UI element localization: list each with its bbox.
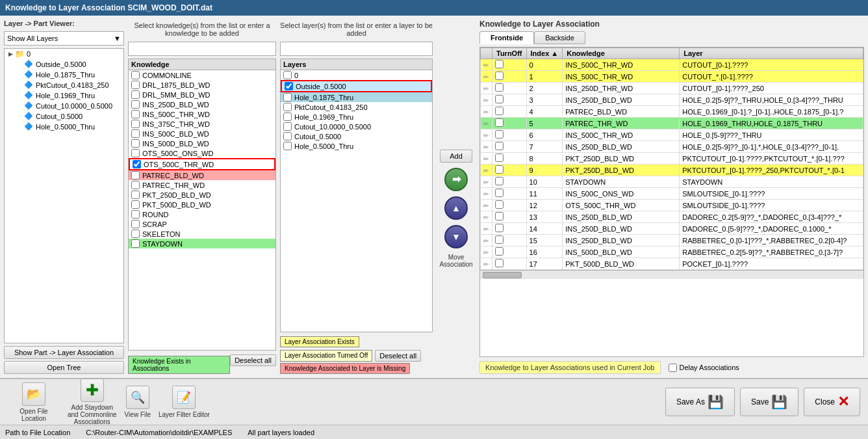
turnoff-checkbox[interactable] (495, 189, 504, 197)
row-turnoff[interactable] (492, 235, 527, 246)
row-turnoff[interactable] (492, 94, 527, 106)
row-turnoff[interactable] (492, 153, 527, 165)
row-turnoff[interactable] (492, 176, 527, 188)
layer-item-pkt[interactable]: PktCutout_0.4183_250 (281, 102, 432, 112)
layer-hole2-checkbox[interactable] (283, 113, 292, 121)
scrollbar-thumb[interactable] (483, 272, 522, 278)
ins500c-thr-checkbox[interactable] (131, 110, 140, 118)
row-turnoff[interactable] (492, 188, 527, 200)
layer-pkt-checkbox[interactable] (283, 103, 292, 111)
list-item-pkt250d[interactable]: PKT_250D_BLD_WD (129, 190, 275, 200)
patrec-thr-checkbox[interactable] (131, 181, 140, 189)
layer-0-checkbox[interactable] (283, 71, 292, 79)
layer-item-hole3[interactable]: Hole_0.5000_Thru (281, 141, 432, 151)
drl1875-checkbox[interactable] (131, 81, 140, 89)
layer-item-hole1[interactable]: Hole_0.1875_Thru (281, 92, 432, 102)
ins375c-checkbox[interactable] (131, 120, 140, 128)
layer-outside-checkbox[interactable] (285, 82, 293, 90)
row-turnoff[interactable] (492, 223, 527, 235)
horizontal-scrollbar[interactable] (480, 270, 863, 279)
layer-filter-editor-btn[interactable]: 📝 Layer Filter Editor (159, 386, 210, 418)
turnoff-checkbox[interactable] (495, 72, 504, 80)
ots500c-thr-checkbox[interactable] (133, 160, 141, 168)
table-row[interactable]: ✏ 17 PKT_500D_BLD_WD POCKET_[0-1].???? (481, 258, 863, 270)
row-turnoff[interactable] (492, 165, 527, 176)
layer-item-cutout2[interactable]: Cutout_0.5000 (281, 131, 432, 141)
layer-deselect-button[interactable]: Deselect all (375, 350, 421, 362)
tab-frontside[interactable]: Frontside (479, 31, 534, 44)
row-turnoff[interactable] (492, 106, 527, 118)
table-row[interactable]: ✏ 4 PATREC_BLD_WD HOLE_0.1969_[0-1].?_[0… (481, 106, 863, 118)
table-row[interactable]: ✏ 11 INS_500C_ONS_WD SMLOUTSIDE_[0-1].??… (481, 188, 863, 200)
tree-item-hole3[interactable]: 🔷 Hole_0.5000_Thru (5, 122, 123, 132)
view-file-btn[interactable]: 🔍 View File (125, 386, 151, 418)
layer-item-0[interactable]: 0 (281, 70, 432, 80)
row-turnoff[interactable] (492, 71, 527, 83)
list-item-drl5mm[interactable]: DRL_5MM_BLD_WD (129, 90, 275, 100)
table-row[interactable]: ✏ 6 INS_500C_THR_WD HOLE_0.[5-9]???_THRU (481, 129, 863, 141)
turnoff-checkbox[interactable] (495, 259, 504, 267)
row-turnoff[interactable] (492, 129, 527, 141)
layer-input[interactable] (280, 42, 433, 56)
staydown-checkbox[interactable] (131, 239, 140, 248)
row-turnoff[interactable] (492, 246, 527, 258)
list-item-patrec-thr[interactable]: PATREC_THR_WD (129, 180, 275, 190)
row-turnoff[interactable] (492, 141, 527, 153)
layer-item-outside[interactable]: Outside_0.5000 (281, 80, 432, 92)
table-row[interactable]: ✏ 10 STAYDOWN STAYDOWN (481, 176, 863, 188)
delay-checkbox[interactable] (669, 364, 677, 372)
row-turnoff[interactable] (492, 118, 527, 129)
add-staydown-btn[interactable]: ✚ Add Staydownand CommonlineAssociations (68, 379, 117, 425)
table-row[interactable]: ✏ 0 INS_500C_THR_WD CUTOUT_[0-1].???? (481, 59, 863, 71)
turnoff-checkbox[interactable] (495, 107, 504, 115)
layer-cutout1-checkbox[interactable] (283, 122, 292, 131)
table-row[interactable]: ✏ 16 INS_500D_BLD_WD RABBETREC_0.2[5-9]?… (481, 246, 863, 258)
turnoff-checkbox[interactable] (495, 83, 504, 92)
show-all-layers-dropdown[interactable]: Show All Layers ▼ (4, 31, 124, 46)
table-row[interactable]: ✏ 13 INS_250D_BLD_WD DADOREC_0.2[5-9]??_… (481, 211, 863, 223)
table-row[interactable]: ✏ 1 INS_500C_THR_WD CUTOUT_*.[0-1].???? (481, 71, 863, 83)
list-item-ins500c-thr[interactable]: INS_500C_THR_WD (129, 109, 275, 119)
show-part-assoc-button[interactable]: Show Part -> Layer Association (4, 346, 124, 359)
round-checkbox[interactable] (131, 210, 140, 219)
list-item-ins500c-bld[interactable]: INS_500C_BLD_WD (129, 129, 275, 139)
close-button[interactable]: Close ✕ (804, 388, 860, 416)
knowledge-input[interactable] (128, 42, 276, 56)
row-turnoff[interactable] (492, 200, 527, 211)
row-turnoff[interactable] (492, 83, 527, 94)
list-item-staydown[interactable]: STAYDOWN (129, 239, 275, 248)
turnoff-checkbox[interactable] (495, 130, 504, 139)
list-item-ots500c-ons[interactable]: OTS_500C_ONS_WD (129, 148, 275, 158)
tree-item-0[interactable]: ▶ 📁 0 (5, 49, 123, 59)
list-item-ots500c-thr[interactable]: OTS_500C_THR_WD (129, 158, 275, 170)
turnoff-checkbox[interactable] (495, 118, 504, 127)
turnoff-checkbox[interactable] (495, 142, 504, 150)
row-turnoff[interactable] (492, 59, 527, 71)
list-item-ins250d-bld[interactable]: INS_250D_BLD_WD (129, 100, 275, 109)
layer-hole3-checkbox[interactable] (283, 142, 292, 150)
list-item-ins375c[interactable]: INS_375C_THR_WD (129, 119, 275, 129)
save-as-button[interactable]: Save As 💾 (665, 388, 735, 416)
ins250d-bld-checkbox[interactable] (131, 100, 140, 109)
tab-backside[interactable]: Backside (534, 31, 585, 44)
list-item-pkt500d[interactable]: PKT_500D_BLD_WD (129, 200, 275, 209)
tree-item-hole1[interactable]: 🔷 Hole_0.1875_Thru (5, 70, 123, 80)
table-row[interactable]: ✏ 7 INS_250D_BLD_WD HOLE_0.2[5-9]??_[0-1… (481, 141, 863, 153)
turnoff-checkbox[interactable] (495, 165, 504, 174)
pkt500d-checkbox[interactable] (131, 200, 140, 209)
turnoff-checkbox[interactable] (495, 177, 504, 185)
list-item-ins500d[interactable]: INS_500D_BLD_WD (129, 139, 275, 148)
list-item-drl1875[interactable]: DRL_1875_BLD_WD (129, 80, 275, 90)
list-item-round[interactable]: ROUND (129, 209, 275, 219)
table-row[interactable]: ✏ 12 OTS_500C_THR_WD SMLOUTSIDE_[0-1].??… (481, 200, 863, 211)
layer-item-cutout1[interactable]: Cutout_10.0000_0.5000 (281, 122, 432, 131)
tree-item-cutout2[interactable]: 🔷 Cutout_0.5000 (5, 111, 123, 122)
layer-cutout2-checkbox[interactable] (283, 132, 292, 140)
move-up-button[interactable]: ▲ (444, 196, 468, 220)
list-item-patrec-bld[interactable]: PATREC_BLD_WD (129, 170, 275, 180)
add-button[interactable]: Add (440, 150, 472, 163)
skeleton-checkbox[interactable] (131, 230, 140, 238)
open-tree-button[interactable]: Open Tree (4, 361, 124, 374)
open-file-location-btn[interactable]: 📂 Open File Location (8, 382, 60, 422)
layer-hole1-checkbox[interactable] (283, 93, 292, 101)
